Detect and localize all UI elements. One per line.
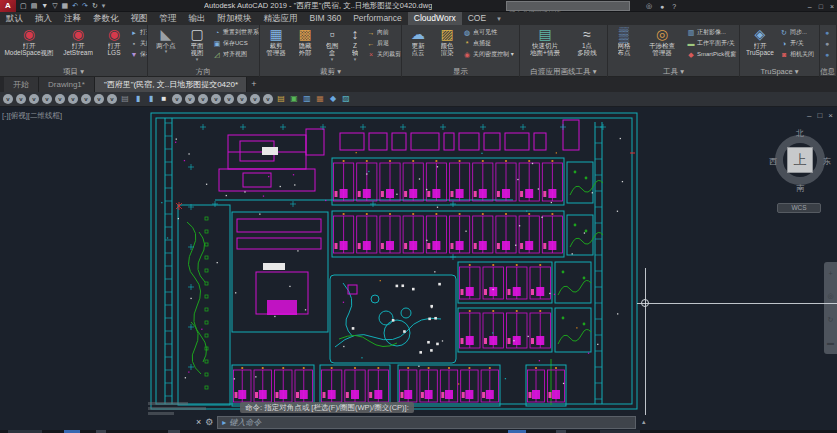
ribbon-tab-Performance[interactable]: Performance [347, 12, 408, 25]
plan-view-button[interactable]: ▢平面视图▾ [184, 26, 210, 63]
viewcube-south-label[interactable]: 南 [795, 183, 805, 194]
ribbon-tab-overflow-icon[interactable]: ▾ [492, 12, 506, 25]
viewport-label[interactable]: [-][俯视][二维线框] [2, 111, 62, 121]
command-close-icon[interactable]: × [196, 415, 201, 429]
grid-points-button[interactable]: ▒网格布点 [611, 26, 637, 57]
teal-tool-icon[interactable]: ▨ [341, 94, 351, 104]
z-axis-button[interactable]: ↕Z轴▾ [346, 26, 364, 63]
bounding-box-button[interactable]: ▫包围盒▾ [321, 26, 343, 63]
close-button[interactable]: × [830, 3, 834, 10]
ribbon-tab-参数化[interactable]: 参数化 [87, 12, 125, 25]
viewcube-east-label[interactable]: 东 [822, 156, 832, 167]
badge-icon[interactable]: v [3, 94, 13, 104]
badge-icon[interactable]: v [107, 94, 117, 104]
ribbon-tab-BIM 360[interactable]: BIM 360 [304, 12, 348, 25]
panel-label[interactable]: 方向 [148, 67, 259, 77]
maximize-button[interactable]: □ [819, 3, 823, 10]
two-points-button[interactable]: ◣两个点▾ [151, 26, 181, 55]
redo-icon[interactable]: ↷ [82, 0, 88, 12]
refresh-icon[interactable]: ↻ [92, 0, 98, 12]
camera-off-button[interactable]: ◙相机关闭 [780, 50, 814, 59]
panel-label[interactable]: 工具 ▾ [608, 67, 739, 77]
badge-icon[interactable]: v [68, 94, 78, 104]
layers-icon[interactable]: ▤ [276, 94, 286, 104]
smartpick-button[interactable]: ◆SmartPick视窗 [687, 50, 736, 59]
new-file-icon[interactable]: ▢ [20, 0, 27, 12]
ribbon-tab-管理[interactable]: 管理 [154, 12, 183, 25]
autocad-logo-icon[interactable]: A [0, 0, 16, 12]
save-icon[interactable]: ▼ [41, 0, 48, 12]
one-point-polyline-button[interactable]: ≈1点多段线 [570, 26, 604, 57]
panel-label[interactable]: 显示 [402, 67, 519, 77]
navbar-icon[interactable]: ↻ [828, 316, 834, 324]
panel-label[interactable]: 项目 ▾ [0, 67, 147, 77]
align-view-button[interactable]: ◿对齐视图 [213, 50, 259, 59]
hide-outside-button[interactable]: ▩隐藏外部 [292, 26, 318, 57]
viewport-minimize-button[interactable]: – [807, 111, 811, 120]
save-as-icon[interactable]: ▽ [52, 0, 57, 12]
project-open-button[interactable]: ▸打开 [130, 28, 148, 37]
file-tab[interactable]: 开始 [4, 77, 39, 92]
point-visibility-button[interactable]: ◍点可见性 [463, 28, 514, 37]
account-icon[interactable]: ● [660, 3, 664, 10]
ribbon-tab-COE[interactable]: COE [462, 12, 492, 25]
badge-icon[interactable]: v [94, 94, 104, 104]
navbar-icon[interactable]: + [828, 270, 832, 277]
badge-icon[interactable]: v [42, 94, 52, 104]
quick-slice-button[interactable]: ▤快速切片地面+情景 [523, 26, 567, 57]
workplane-toggle-button[interactable]: ▬工作平面开/关 [687, 39, 736, 48]
lock-icon[interactable]: ▮ [146, 94, 156, 104]
ribbon-tab-视图[interactable]: 视图 [125, 12, 154, 25]
color-render-button[interactable]: ▨颜色渲染 [434, 26, 460, 57]
ribbon-tab-精选应用[interactable]: 精选应用 [258, 12, 304, 25]
plot-icon[interactable]: ▦ [62, 0, 69, 12]
info-button-1[interactable]: ● [823, 28, 831, 37]
clip-off-button[interactable]: ×关闭裁剪 [367, 50, 401, 59]
help-icon[interactable]: ? [672, 3, 676, 10]
brown-tool-icon[interactable]: ▦ [315, 94, 325, 104]
minimize-button[interactable]: – [808, 3, 812, 10]
project-close-button[interactable]: ▪关闭 [130, 39, 148, 48]
navbar-icon[interactable]: ▬ [827, 339, 834, 346]
panel-label[interactable]: TruSpace ▾ [740, 67, 819, 77]
infocenter-search[interactable] [506, 1, 630, 11]
lock-icon[interactable]: ▮ [133, 94, 143, 104]
point-snap-button[interactable]: *点捕捉 [463, 39, 514, 48]
ribbon-tab-插入[interactable]: 插入 [29, 12, 58, 25]
open-jetstream-button[interactable]: ◉打开JetStream [58, 26, 98, 57]
search-icon[interactable]: ◎ [646, 2, 652, 10]
sync-button[interactable]: ↻同步... [780, 28, 814, 37]
ribbon-tab-默认[interactable]: 默认 [0, 12, 29, 25]
ribbon-tab-输出[interactable]: 输出 [183, 12, 212, 25]
new-tab-button[interactable]: + [247, 77, 261, 92]
badge-icon[interactable]: v [16, 94, 26, 104]
wcs-dropdown[interactable]: WCS [777, 203, 821, 213]
command-customize-icon[interactable]: ⚙ [205, 415, 213, 429]
truspace-toggle-button[interactable]: ◑开/关 [780, 39, 814, 48]
badge-icon[interactable]: v [29, 94, 39, 104]
panel-label[interactable]: 白渡应用画线工具 ▾ [520, 67, 607, 77]
blue-tool-icon[interactable]: ▥ [302, 94, 312, 104]
viewcube-north-label[interactable]: 北 [795, 128, 805, 139]
qat-dropdown-icon[interactable]: ▾ [102, 0, 106, 12]
open-modelspace-view-button[interactable]: ◉打开ModelSpace视图 [3, 26, 55, 57]
badge-icon[interactable]: v [250, 94, 260, 104]
panel-label[interactable]: 信息 ▾ [820, 67, 836, 77]
viewport-close-button[interactable]: × [828, 111, 833, 120]
project-save-button[interactable]: ▼保存 [130, 50, 148, 59]
badge-icon[interactable]: v [185, 94, 195, 104]
interference-check-button[interactable]: ◎干涉检查管理器 [640, 26, 684, 57]
badge-icon[interactable]: v [55, 94, 65, 104]
clip-forward-button[interactable]: →向前 [367, 28, 401, 37]
info-button-3[interactable]: ● [823, 50, 831, 59]
undo-icon[interactable]: ↶ [72, 0, 78, 12]
navbar-icon[interactable]: ◎ [827, 292, 833, 300]
badge-icon[interactable]: v [263, 94, 273, 104]
viewcube-top-face[interactable]: 上 [787, 147, 813, 173]
badge-icon[interactable]: v [81, 94, 91, 104]
reset-to-world-button[interactable]: ◔重置到世界系 [213, 28, 259, 37]
command-field[interactable]: ▸ [217, 416, 636, 429]
open-truspace-button[interactable]: ◈打开TruSpace [743, 26, 777, 57]
viewcube-west-label[interactable]: 西 [768, 156, 778, 167]
panel-label[interactable]: 裁剪 ▾ [260, 67, 401, 77]
